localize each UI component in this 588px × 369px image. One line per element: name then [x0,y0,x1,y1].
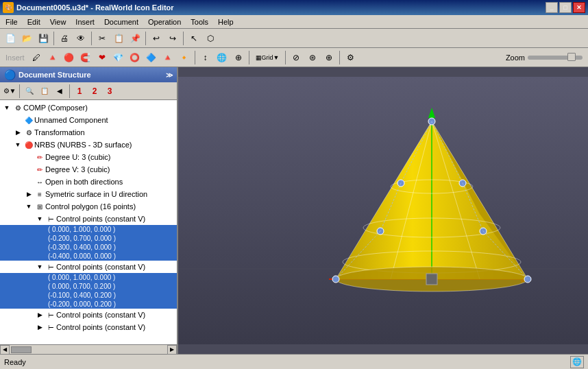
panel-btn-view1[interactable]: 🔍 [23,84,36,98]
shape1-btn[interactable]: 🔴 [62,50,77,65]
shape7-btn[interactable]: 🔺 [160,50,175,65]
tree-item-open[interactable]: ↔ Open in both directions [0,176,177,188]
menu-edit[interactable]: Edit [23,17,45,27]
menu-view[interactable]: View [46,17,71,27]
snap1-btn[interactable]: ⊘ [289,50,304,65]
tree-item-point2[interactable]: (-0.200, 0.700, 0.000 ) [0,234,177,243]
svg-rect-31 [426,274,437,285]
shape4-btn[interactable]: 💎 [111,50,126,65]
tree-item-control-polygon[interactable]: ▼ ⊞ Control polygon (16 points) [0,200,177,213]
h-scrollbar-thumb[interactable] [11,346,32,353]
expand-cp-group2[interactable]: ▼ [34,261,45,272]
panel-btn-settings[interactable]: ⚙▼ [3,84,16,98]
zoom-slider[interactable] [528,56,583,60]
zoom-handle[interactable] [567,53,576,61]
shape5-btn[interactable]: ⭕ [127,50,143,65]
expand-comp[interactable]: ▼ [1,102,12,113]
scroll-left[interactable]: ◀ [0,345,10,355]
grid-toggle[interactable]: ▦ Grid ▼ [252,50,283,65]
panel-header: 🔵 Document Structure ≫ [0,67,177,82]
tree-container[interactable]: ▼ ⚙ COMP (Composer) 🔷 Unnamed Component … [0,100,177,344]
cursor-button[interactable]: ↖ [186,31,201,46]
h-scrollbar-track[interactable] [11,346,166,353]
label-cp-group3: Control points (constant V) [56,311,145,319]
app-icon: 🎨 [3,2,14,13]
menu-help[interactable]: Help [214,17,238,27]
menu-tools[interactable]: Tools [186,17,212,27]
scroll-right[interactable]: ▶ [167,345,177,355]
tree-item-unnamed[interactable]: 🔷 Unnamed Component [0,114,177,126]
view2-btn[interactable]: 🌐 [215,50,230,65]
panel-collapse-button[interactable]: ≫ [166,71,173,79]
snap2-btn[interactable]: ⊛ [305,50,320,65]
tree-item-nurbs[interactable]: ▼ 🔴 NRBS (NURBS - 3D surface) [0,139,177,151]
minimize-button[interactable]: _ [546,2,558,13]
menu-insert[interactable]: Insert [71,17,99,27]
sep5 [195,51,195,64]
tree-item-cp-group4[interactable]: ▶ ⊢ Control points (constant V) [0,321,177,333]
expand-control-polygon[interactable]: ▼ [23,201,34,212]
redo-button[interactable]: ↪ [165,31,180,46]
select-button[interactable]: ⬡ [203,31,218,46]
undo-button[interactable]: ↩ [149,31,164,46]
tree-item-point6[interactable]: ( 0.000, 0.700, 0.200 ) [0,282,177,291]
tree-item-point8[interactable]: (-0.200, 0.000, 0.200 ) [0,300,177,309]
save-button[interactable]: 💾 [36,31,51,46]
view1-btn[interactable]: ↕ [198,50,213,65]
view3-btn[interactable]: ⊕ [231,50,246,65]
panel-title: Document Structure [19,71,91,79]
tree-item-point1[interactable]: ( 0.000, 1.000, 0.000 ) [0,225,177,234]
preview-button[interactable]: 👁 [73,31,88,46]
label-point3: (-0.300, 0.400, 0.000 ) [48,243,116,251]
shape6-btn[interactable]: 🔷 [144,50,159,65]
icon-control-polygon: ⊞ [34,201,45,212]
menu-file[interactable]: File [1,17,22,27]
tree-item-comp[interactable]: ▼ ⚙ COMP (Composer) [0,102,177,114]
shape8-btn[interactable]: 🔸 [177,50,192,65]
sep3 [145,32,146,45]
icon-cp-group3: ⊢ [45,309,56,320]
paste-button[interactable]: 📌 [127,31,143,46]
open-button[interactable]: 📂 [19,31,34,46]
render-btn[interactable]: ⚙ [343,50,358,65]
snap3-btn[interactable]: ⊕ [321,50,336,65]
close-button[interactable]: ✕ [573,2,585,13]
tree-item-symetric[interactable]: ▶ ≡ Symetric surface in U direction [0,188,177,200]
tree-item-degree-u[interactable]: ✏ Degree U: 3 (cubic) [0,151,177,163]
magnet-btn[interactable]: 🔺 [45,50,60,65]
panel-btn-2[interactable]: 2 [88,84,101,98]
menu-operation[interactable]: Operation [144,17,185,27]
tree-item-point4[interactable]: (-0.400, 0.000, 0.000 ) [0,252,177,261]
expand-transformation[interactable]: ▶ [12,127,23,138]
tree-item-cp-group3[interactable]: ▶ ⊢ Control points (constant V) [0,309,177,321]
expand-symetric[interactable]: ▶ [23,189,34,200]
shape3-btn[interactable]: ❤ [95,50,110,65]
expand-cp-group1[interactable]: ▼ [34,213,45,224]
tree-item-cp-group2[interactable]: ▼ ⊢ Control points (constant V) [0,261,177,273]
tree-item-cp-group1[interactable]: ▼ ⊢ Control points (constant V) [0,213,177,225]
expand-cp-group3[interactable]: ▶ [34,309,45,320]
tree-item-point3[interactable]: (-0.300, 0.400, 0.000 ) [0,243,177,252]
tree-item-point7[interactable]: (-0.100, 0.400, 0.200 ) [0,291,177,300]
menu-document[interactable]: Document [100,17,143,27]
cut-button[interactable]: ✂ [95,31,110,46]
expand-nurbs[interactable]: ▼ [12,139,23,150]
panel-btn-1[interactable]: 1 [73,84,86,98]
maximize-button[interactable]: □ [559,2,572,13]
panel-btn-view2[interactable]: 📋 [38,84,51,98]
print-button[interactable]: 🖨 [57,31,72,46]
copy-button[interactable]: 📋 [111,31,126,46]
panel-btn-back[interactable]: ◀ [53,84,66,98]
h-scrollbar[interactable]: ◀ ▶ [0,344,177,354]
viewport[interactable] [178,67,588,354]
new-button[interactable]: 📄 [3,31,18,46]
expand-cp-group4[interactable]: ▶ [34,322,45,333]
tree-item-degree-v[interactable]: ✏ Degree V: 3 (cubic) [0,163,177,176]
tree-item-point5[interactable]: ( 0.000, 1.000, 0.000 ) [0,273,177,282]
shape2-btn[interactable]: 🧲 [78,50,93,65]
panel-btn-3[interactable]: 3 [103,84,117,98]
sep10 [69,84,70,98]
insert-toolbar: Insert 🖊 🔺 🔴 🧲 ❤ 💎 ⭕ 🔷 🔺 🔸 ↕ 🌐 ⊕ ▦ Grid … [0,48,588,67]
insert-cursor-btn[interactable]: 🖊 [29,50,44,65]
tree-item-transformation[interactable]: ▶ ⚙ Transformation [0,126,177,139]
